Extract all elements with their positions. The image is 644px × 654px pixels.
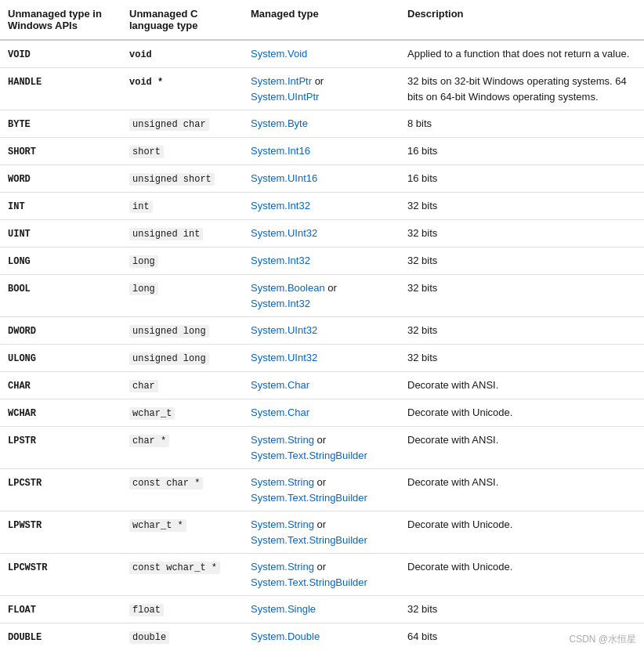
managed-type-link[interactable]: System.Int16	[251, 145, 310, 157]
table-row: WORDunsigned shortSystem.UInt1616 bits	[0, 165, 644, 193]
managed-type-link[interactable]: System.UInt32	[251, 352, 317, 363]
managed-type-cell: System.Void	[243, 40, 400, 68]
c-type-cell: wchar_t	[121, 399, 243, 427]
managed-type-link[interactable]: System.Int32	[251, 255, 310, 266]
managed-type-text: or	[312, 75, 324, 87]
win-type-cell: DWORD	[0, 317, 121, 345]
table-row: DOUBLEdoubleSystem.Double64 bits	[0, 623, 644, 651]
managed-type-link[interactable]: System.String	[251, 561, 314, 573]
description-cell: 32 bits	[400, 248, 644, 275]
table-row: LPCSTRconst char *System.String or Syste…	[0, 469, 644, 511]
managed-type-link[interactable]: System.Int32	[251, 200, 310, 211]
c-type-cell: unsigned int	[121, 220, 243, 248]
managed-type-text: or	[325, 282, 337, 294]
win-type-cell: UINT	[0, 220, 121, 248]
table-row: ULONGunsigned longSystem.UInt3232 bits	[0, 345, 644, 372]
managed-type-link[interactable]: System.UInt32	[251, 324, 317, 336]
table-row: BOOLlongSystem.Boolean or System.Int3232…	[0, 275, 644, 317]
managed-type-text: or	[314, 476, 326, 488]
managed-type-link[interactable]: System.Text.StringBuilder	[251, 492, 367, 504]
c-type-cell: void *	[121, 68, 243, 110]
table-row: SHORTshortSystem.Int1616 bits	[0, 138, 644, 165]
managed-type-link[interactable]: System.Char	[251, 406, 309, 418]
managed-type-link[interactable]: System.Int32	[251, 298, 310, 309]
description-cell: 32 bits	[400, 220, 644, 248]
win-type-cell: INT	[0, 193, 121, 220]
table-row: INTintSystem.Int3232 bits	[0, 193, 644, 220]
watermark: CSDN @水恒星	[569, 633, 636, 646]
header-description: Description	[400, 0, 644, 40]
managed-type-cell: System.Int32	[243, 248, 400, 275]
win-type-cell: WCHAR	[0, 399, 121, 427]
win-type-cell: LPCSTR	[0, 469, 121, 511]
description-cell: 32 bits on 32-bit Windows operating syst…	[400, 68, 644, 110]
managed-type-cell: System.UInt32	[243, 220, 400, 248]
managed-type-cell: System.Int32	[243, 193, 400, 220]
managed-type-link[interactable]: System.Single	[251, 603, 316, 615]
c-type-cell: const wchar_t *	[121, 554, 243, 596]
description-cell: 32 bits	[400, 596, 644, 623]
managed-type-link[interactable]: System.UInt16	[251, 172, 317, 184]
description-cell: Decorate with Unicode.	[400, 511, 644, 554]
managed-type-link[interactable]: System.Char	[251, 379, 309, 391]
managed-type-cell: System.Single	[243, 596, 400, 623]
managed-type-text: or	[314, 519, 326, 530]
table-row: HANDLEvoid *System.IntPtr or System.UInt…	[0, 68, 644, 110]
c-type-cell: int	[121, 193, 243, 220]
managed-type-link[interactable]: System.Text.StringBuilder	[251, 534, 367, 546]
managed-type-cell: System.UInt32	[243, 317, 400, 345]
table-row: DWORDunsigned longSystem.UInt3232 bits	[0, 317, 644, 345]
managed-type-link[interactable]: System.Text.StringBuilder	[251, 576, 367, 588]
description-cell: Decorate with ANSI.	[400, 427, 644, 469]
win-type-cell: HANDLE	[0, 68, 121, 110]
table-row: LPWSTRwchar_t *System.String or System.T…	[0, 511, 644, 554]
managed-type-cell: System.String or System.Text.StringBuild…	[243, 469, 400, 511]
table-row: WCHARwchar_tSystem.CharDecorate with Uni…	[0, 399, 644, 427]
managed-type-link[interactable]: System.Boolean	[251, 282, 325, 294]
win-type-cell: CHAR	[0, 372, 121, 399]
win-type-cell: ULONG	[0, 345, 121, 372]
win-type-cell: LPCWSTR	[0, 554, 121, 596]
c-type-cell: float	[121, 596, 243, 623]
managed-type-link[interactable]: System.Text.StringBuilder	[251, 450, 367, 461]
table-row: CHARcharSystem.CharDecorate with ANSI.	[0, 372, 644, 399]
managed-type-cell: System.String or System.Text.StringBuild…	[243, 511, 400, 554]
table-row: LPCWSTRconst wchar_t *System.String or S…	[0, 554, 644, 596]
c-type-cell: char	[121, 372, 243, 399]
managed-type-link[interactable]: System.Void	[251, 48, 307, 60]
managed-type-cell: System.Boolean or System.Int32	[243, 275, 400, 317]
managed-type-link[interactable]: System.UIntPtr	[251, 91, 319, 103]
c-type-cell: unsigned long	[121, 345, 243, 372]
main-container: Unmanaged type in Windows APIs Unmanaged…	[0, 0, 644, 654]
managed-type-link[interactable]: System.Double	[251, 631, 320, 642]
managed-type-cell: System.Double	[243, 623, 400, 651]
description-cell: Applied to a function that does not retu…	[400, 40, 644, 68]
c-type-cell: long	[121, 248, 243, 275]
description-cell: Decorate with Unicode.	[400, 554, 644, 596]
c-type-cell: unsigned short	[121, 165, 243, 193]
win-type-cell: FLOAT	[0, 596, 121, 623]
type-mapping-table: Unmanaged type in Windows APIs Unmanaged…	[0, 0, 644, 650]
managed-type-cell: System.UInt32	[243, 345, 400, 372]
managed-type-cell: System.String or System.Text.StringBuild…	[243, 554, 400, 596]
managed-type-link[interactable]: System.UInt32	[251, 227, 317, 239]
managed-type-link[interactable]: System.String	[251, 434, 314, 446]
win-type-cell: VOID	[0, 40, 121, 68]
description-cell: Decorate with ANSI.	[400, 372, 644, 399]
header-c-type: Unmanaged C language type	[121, 0, 243, 40]
header-win-type: Unmanaged type in Windows APIs	[0, 0, 121, 40]
table-row: LPSTRchar *System.String or System.Text.…	[0, 427, 644, 469]
table-row: LONGlongSystem.Int3232 bits	[0, 248, 644, 275]
managed-type-link[interactable]: System.String	[251, 519, 314, 530]
c-type-cell: unsigned long	[121, 317, 243, 345]
managed-type-link[interactable]: System.String	[251, 476, 314, 488]
win-type-cell: DOUBLE	[0, 623, 121, 651]
win-type-cell: BYTE	[0, 110, 121, 138]
managed-type-link[interactable]: System.IntPtr	[251, 75, 312, 87]
managed-type-cell: System.UInt16	[243, 165, 400, 193]
managed-type-link[interactable]: System.Byte	[251, 117, 308, 129]
description-cell: 32 bits	[400, 193, 644, 220]
c-type-cell: const char *	[121, 469, 243, 511]
c-type-cell: char *	[121, 427, 243, 469]
win-type-cell: LPSTR	[0, 427, 121, 469]
